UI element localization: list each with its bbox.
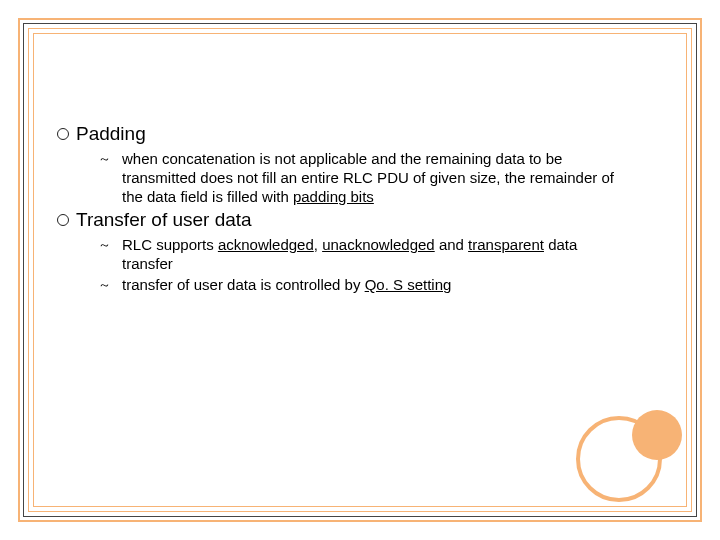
sub-transfer-2-text: transfer of user data is controlled by Q… <box>122 275 451 294</box>
squiggle-icon: ～ <box>98 235 122 254</box>
heading-transfer: Transfer of user data <box>76 208 252 232</box>
hollow-circle-icon <box>50 122 76 147</box>
squiggle-icon: ～ <box>98 275 122 294</box>
solid-circle-icon <box>632 410 682 460</box>
decorative-circles <box>572 392 682 502</box>
heading-padding: Padding <box>76 122 146 146</box>
sub-padding-1: ～ when concatenation is not applicable a… <box>98 149 660 206</box>
sub-transfer-1-text: RLC supports acknowledged, unacknowledge… <box>122 235 622 273</box>
bullet-transfer: Transfer of user data <box>50 208 660 233</box>
bullet-padding: Padding <box>50 122 660 147</box>
sub-padding-1-text: when concatenation is not applicable and… <box>122 149 622 206</box>
slide-body: Padding ～ when concatenation is not appl… <box>50 120 660 294</box>
squiggle-icon: ～ <box>98 149 122 168</box>
sub-transfer-2: ～ transfer of user data is controlled by… <box>98 275 660 294</box>
hollow-circle-icon <box>50 208 76 233</box>
sub-transfer-1: ～ RLC supports acknowledged, unacknowled… <box>98 235 660 273</box>
